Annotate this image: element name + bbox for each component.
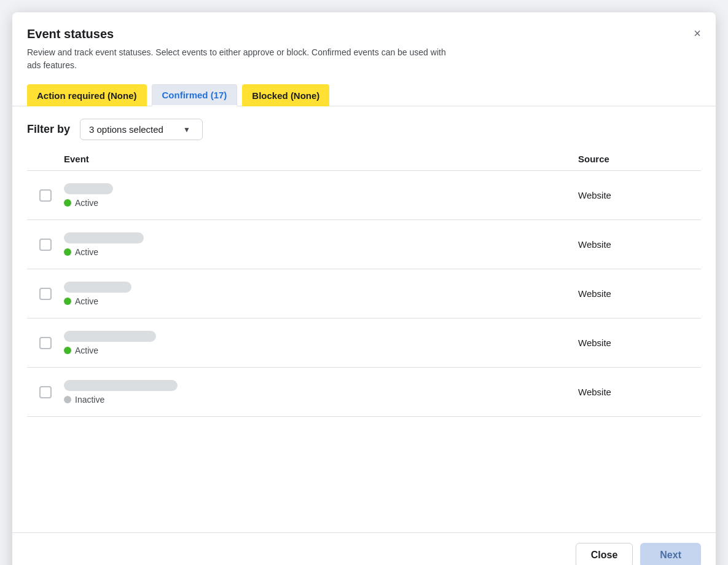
event-status-1: Active	[64, 198, 578, 208]
modal-title: Event statuses	[27, 27, 701, 41]
col-header-source: Source	[578, 154, 701, 164]
chevron-down-icon: ▼	[183, 125, 190, 134]
row-checkbox-3[interactable]	[27, 288, 64, 300]
event-name-bar-2	[64, 232, 144, 243]
event-name-bar-4	[64, 331, 156, 342]
event-status-4: Active	[64, 346, 578, 355]
event-status-3: Active	[64, 296, 578, 306]
table-container: Event Source Active Website Active	[27, 148, 701, 532]
table-row: Active Website	[27, 318, 701, 368]
status-label-5: Inactive	[75, 395, 104, 405]
table-row: Inactive Website	[27, 368, 701, 417]
status-dot-2	[64, 248, 71, 256]
event-statuses-modal: Event statuses Review and track event st…	[12, 12, 716, 565]
event-name-bar-3	[64, 282, 131, 293]
tabs-section: Action required (None) Confirmed (17) Bl…	[12, 72, 716, 106]
table-row: Active Website	[27, 220, 701, 269]
status-dot-4	[64, 347, 71, 354]
modal-header: Event statuses Review and track event st…	[12, 12, 716, 72]
source-cell-3: Website	[578, 288, 701, 299]
modal-description: Review and track event statuses. Select …	[27, 46, 457, 72]
table-header: Event Source	[27, 148, 701, 171]
next-button[interactable]: Next	[640, 543, 701, 565]
close-button[interactable]: ×	[691, 25, 703, 42]
checkbox-3[interactable]	[39, 288, 52, 300]
checkbox-4[interactable]	[39, 337, 52, 349]
source-cell-4: Website	[578, 338, 701, 348]
col-header-checkbox	[27, 154, 64, 164]
status-label-2: Active	[75, 247, 98, 257]
filter-dropdown-value: 3 options selected	[89, 124, 163, 135]
checkbox-2[interactable]	[39, 239, 52, 251]
filter-label: Filter by	[27, 123, 70, 136]
event-status-5: Inactive	[64, 395, 578, 405]
status-dot-5	[64, 396, 71, 403]
event-cell-5: Inactive	[64, 380, 578, 405]
event-status-2: Active	[64, 247, 578, 257]
status-label-1: Active	[75, 198, 98, 208]
table-row: Active Website	[27, 269, 701, 318]
row-checkbox-2[interactable]	[27, 239, 64, 251]
close-footer-button[interactable]: Close	[576, 543, 633, 565]
status-dot-3	[64, 298, 71, 305]
tab-action-required[interactable]: Action required (None)	[27, 84, 147, 106]
row-checkbox-5[interactable]	[27, 386, 64, 398]
event-cell-1: Active	[64, 183, 578, 208]
modal-footer: Close Next	[12, 532, 716, 565]
checkbox-1[interactable]	[39, 189, 52, 202]
event-name-bar-1	[64, 183, 113, 194]
table-body[interactable]: Active Website Active Website Active Web	[27, 171, 701, 491]
event-name-bar-5	[64, 380, 178, 391]
table-row: Active Website	[27, 171, 701, 220]
status-label-3: Active	[75, 296, 98, 306]
checkbox-5[interactable]	[39, 386, 52, 398]
event-cell-3: Active	[64, 282, 578, 306]
status-label-4: Active	[75, 346, 98, 355]
col-header-event: Event	[64, 154, 578, 164]
source-cell-2: Website	[578, 239, 701, 250]
row-checkbox-4[interactable]	[27, 337, 64, 349]
status-dot-1	[64, 199, 71, 207]
row-checkbox-1[interactable]	[27, 189, 64, 202]
source-cell-1: Website	[578, 190, 701, 200]
event-cell-2: Active	[64, 232, 578, 257]
filter-section: Filter by 3 options selected ▼	[12, 106, 716, 148]
event-cell-4: Active	[64, 331, 578, 355]
tab-blocked[interactable]: Blocked (None)	[242, 84, 329, 106]
source-cell-5: Website	[578, 387, 701, 397]
filter-dropdown[interactable]: 3 options selected ▼	[80, 119, 203, 140]
tab-confirmed[interactable]: Confirmed (17)	[152, 84, 238, 106]
